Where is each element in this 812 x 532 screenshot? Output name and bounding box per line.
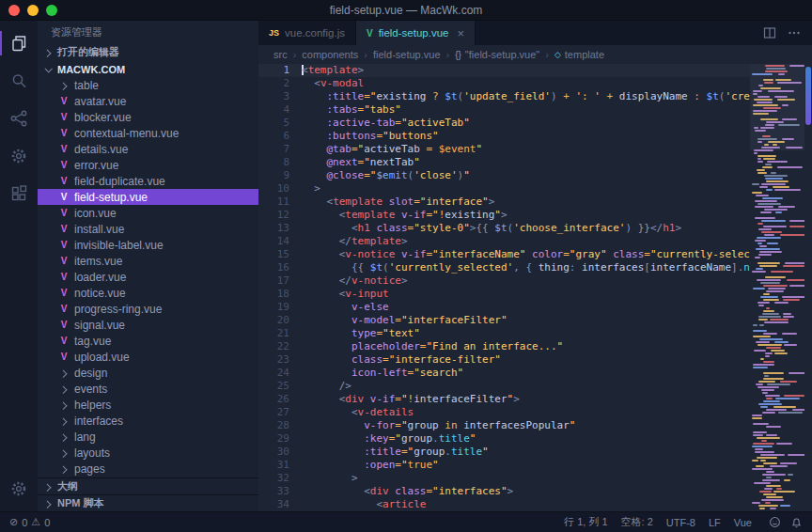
settings-gear-icon[interactable]	[0, 470, 38, 508]
split-editor-icon[interactable]	[763, 26, 776, 39]
tree-item-lang[interactable]: lang	[38, 429, 258, 445]
tree-item-field-setup.vue[interactable]: Vfield-setup.vue	[38, 189, 258, 205]
code-line: 18 <v-input	[258, 288, 750, 301]
code-line: 19 v-else	[258, 301, 750, 314]
tree-item-interfaces[interactable]: interfaces	[38, 413, 258, 429]
notifications-bell-icon[interactable]	[790, 516, 803, 528]
editor-tab-field-setup.vue[interactable]: Vfield-setup.vue×	[356, 21, 476, 45]
tree-item-design[interactable]: design	[38, 365, 258, 381]
tree-item-field-duplicate.vue[interactable]: Vfield-duplicate.vue	[38, 173, 258, 189]
token: .	[432, 432, 439, 445]
breadcrumb-item[interactable]: ◇template	[554, 49, 604, 60]
breadcrumb-item[interactable]: components	[302, 49, 358, 60]
cursor-position[interactable]: 行 1, 列 1	[564, 515, 607, 529]
close-window-button[interactable]	[8, 5, 20, 16]
tree-item-signal.vue[interactable]: Vsignal.vue	[38, 317, 258, 333]
token: :title	[302, 90, 364, 102]
close-tab-icon[interactable]: ×	[457, 27, 464, 39]
vue-file-icon: V	[367, 28, 373, 39]
token: ].	[731, 261, 743, 274]
feedback-smiley-icon[interactable]	[769, 516, 781, 528]
status-icons	[769, 516, 803, 528]
source-control-icon[interactable]	[0, 100, 38, 137]
warning-count: 0	[44, 517, 50, 528]
tree-item-contextual-menu.vue[interactable]: Vcontextual-menu.vue	[38, 125, 258, 141]
workspace-section[interactable]: MACWK.COM	[38, 61, 258, 77]
token: "text"	[383, 327, 420, 339]
file-label: tag.vue	[74, 335, 111, 348]
tree-item-icon.vue[interactable]: Vicon.vue	[38, 205, 258, 221]
tree-item-table[interactable]: table	[38, 77, 258, 93]
code-editor[interactable]: 1<template>2 <v-modal3 :title="existing …	[258, 64, 812, 511]
token: h1	[663, 222, 675, 234]
search-icon[interactable]	[0, 62, 38, 100]
vue-file-icon: V	[58, 112, 70, 122]
tree-item-loader.vue[interactable]: Vloader.vue	[38, 269, 258, 285]
token: "	[463, 169, 470, 181]
line-number: 1	[258, 64, 302, 77]
breadcrumb-item[interactable]: field-setup.vue	[373, 49, 441, 60]
token: group	[401, 432, 432, 445]
tree-item-tag.vue[interactable]: Vtag.vue	[38, 333, 258, 349]
npm-scripts-section[interactable]: NPM 脚本	[38, 494, 258, 511]
code-text: :title="group.title"	[302, 446, 489, 459]
minimize-window-button[interactable]	[27, 5, 39, 16]
more-actions-icon[interactable]	[788, 26, 801, 39]
zoom-window-button[interactable]	[46, 5, 57, 16]
token: article	[383, 498, 426, 510]
token: 'choose_interface'	[513, 222, 625, 234]
tree-item-upload.vue[interactable]: Vupload.vue	[38, 349, 258, 365]
tree-item-error.vue[interactable]: Verror.vue	[38, 157, 258, 173]
file-label: design	[74, 367, 107, 380]
editor-scrollbar[interactable]	[805, 67, 811, 125]
line-number: 23	[258, 353, 302, 367]
code-line: 8 @next="nextTab"	[258, 156, 750, 169]
token: .	[445, 446, 451, 458]
token: +	[601, 90, 619, 102]
line-number: 18	[258, 288, 302, 301]
tree-item-invisible-label.vue[interactable]: Vinvisible-label.vue	[38, 237, 258, 253]
tree-item-avatar.vue[interactable]: Vavatar.vue	[38, 93, 258, 109]
token: h1	[358, 222, 370, 234]
tree-item-layouts[interactable]: layouts	[38, 445, 258, 461]
breadcrumb-item[interactable]: src	[273, 49, 288, 60]
tree-item-install.vue[interactable]: Vinstall.vue	[38, 221, 258, 237]
token: class	[389, 485, 427, 497]
editor-tab-vue.config.js[interactable]: JSvue.config.js	[258, 21, 356, 45]
explorer-icon[interactable]	[0, 24, 38, 62]
token: <	[302, 406, 358, 418]
tree-item-notice.vue[interactable]: Vnotice.vue	[38, 285, 258, 301]
code-text: type="text"	[302, 327, 420, 340]
outline-section[interactable]: 大纲	[38, 477, 258, 494]
tree-item-progress-ring.vue[interactable]: Vprogress-ring.vue	[38, 301, 258, 317]
language-mode[interactable]: Vue	[734, 515, 752, 529]
vue-file-icon: V	[58, 256, 70, 266]
chevron-right-icon	[42, 47, 54, 58]
code-text: v-else	[302, 301, 389, 314]
tree-item-helpers[interactable]: helpers	[38, 397, 258, 413]
breadcrumb-item[interactable]: {}"field-setup.vue"	[455, 49, 539, 60]
tree-item-blocker.vue[interactable]: Vblocker.vue	[38, 109, 258, 125]
tree-item-items.vue[interactable]: Vitems.vue	[38, 253, 258, 269]
debug-gear-icon[interactable]	[0, 137, 38, 175]
tree-item-events[interactable]: events	[38, 381, 258, 397]
problems-indicator[interactable]: ⊘ 0 ⚠ 0	[9, 516, 50, 528]
indentation[interactable]: 空格: 2	[621, 515, 653, 529]
eol-selector[interactable]: LF	[709, 515, 721, 529]
encoding[interactable]: UTF-8	[666, 515, 695, 529]
token: "	[494, 209, 501, 221]
extensions-icon[interactable]	[0, 175, 38, 212]
tree-item-details.vue[interactable]: Vdetails.vue	[38, 141, 258, 157]
open-editors-section[interactable]: 打开的编辑器	[38, 43, 258, 61]
token: 'close'	[414, 169, 457, 181]
vue-file-icon: V	[58, 240, 70, 250]
open-editors-label: 打开的编辑器	[57, 45, 119, 59]
token: >	[302, 472, 358, 484]
token: <	[302, 485, 370, 497]
tree-item-pages[interactable]: pages	[38, 461, 258, 477]
minimap[interactable]	[750, 64, 804, 511]
tab-label: vue.config.js	[285, 27, 345, 39]
token: "interface"	[420, 196, 489, 208]
token: "	[476, 143, 482, 155]
token: <	[302, 64, 308, 76]
